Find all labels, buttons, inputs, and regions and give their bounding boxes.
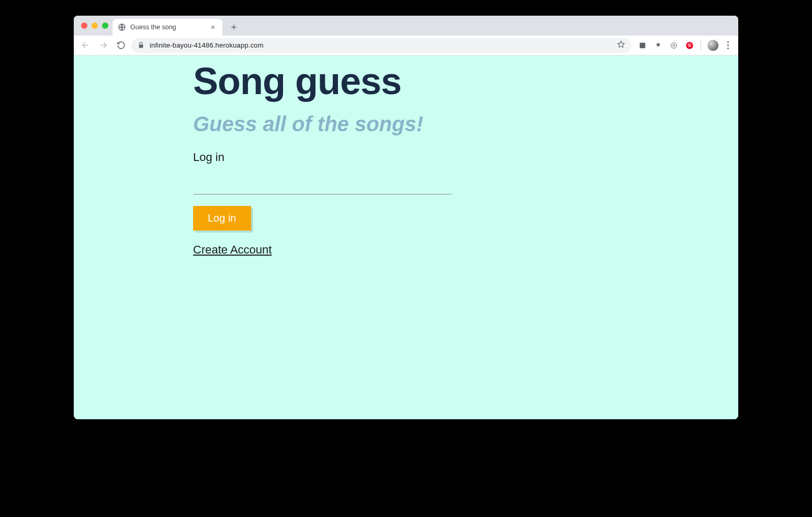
lock-icon bbox=[138, 42, 144, 49]
forward-button[interactable] bbox=[96, 38, 110, 53]
pinterest-icon[interactable] bbox=[685, 41, 694, 50]
login-button[interactable]: Log in bbox=[193, 206, 251, 231]
browser-tab[interactable]: Guess the song bbox=[112, 19, 222, 36]
reload-button[interactable] bbox=[114, 38, 128, 53]
extension-icon-2[interactable] bbox=[653, 41, 663, 50]
page-title: Song guess bbox=[193, 61, 738, 102]
page-content: Song guess Guess all of the songs! Log i… bbox=[74, 55, 738, 419]
address-bar-row: infinite-bayou-41486.herokuapp.com bbox=[74, 36, 738, 55]
create-account-link[interactable]: Create Account bbox=[193, 243, 272, 257]
svg-rect-1 bbox=[640, 42, 646, 48]
extension-icon-1[interactable] bbox=[638, 41, 647, 50]
browser-menu-button[interactable] bbox=[725, 39, 731, 51]
svg-point-2 bbox=[673, 44, 675, 47]
maximize-window-button[interactable] bbox=[102, 22, 108, 29]
back-button[interactable] bbox=[78, 38, 93, 53]
browser-window: Guess the song bbox=[74, 16, 738, 419]
new-tab-button[interactable] bbox=[227, 20, 241, 35]
address-bar[interactable]: infinite-bayou-41486.herokuapp.com bbox=[131, 38, 631, 53]
login-label: Log in bbox=[193, 151, 738, 164]
toolbar-divider bbox=[701, 41, 701, 50]
page-subtitle: Guess all of the songs! bbox=[193, 112, 738, 136]
login-input[interactable] bbox=[193, 168, 452, 194]
svg-point-3 bbox=[671, 42, 677, 48]
tab-bar: Guess the song bbox=[74, 16, 738, 36]
close-tab-button[interactable] bbox=[209, 23, 217, 31]
url-text: infinite-bayou-41486.herokuapp.com bbox=[150, 41, 612, 49]
close-window-button[interactable] bbox=[81, 22, 87, 29]
globe-icon bbox=[118, 23, 126, 31]
extension-icon-3[interactable] bbox=[669, 41, 679, 50]
profile-avatar[interactable] bbox=[707, 40, 719, 51]
bookmark-star-icon[interactable] bbox=[617, 40, 625, 50]
tabs-container: Guess the song bbox=[112, 16, 241, 36]
toolbar-icons bbox=[635, 39, 734, 51]
minimize-window-button[interactable] bbox=[92, 22, 98, 29]
tab-title: Guess the song bbox=[130, 24, 205, 31]
window-controls bbox=[81, 22, 108, 29]
